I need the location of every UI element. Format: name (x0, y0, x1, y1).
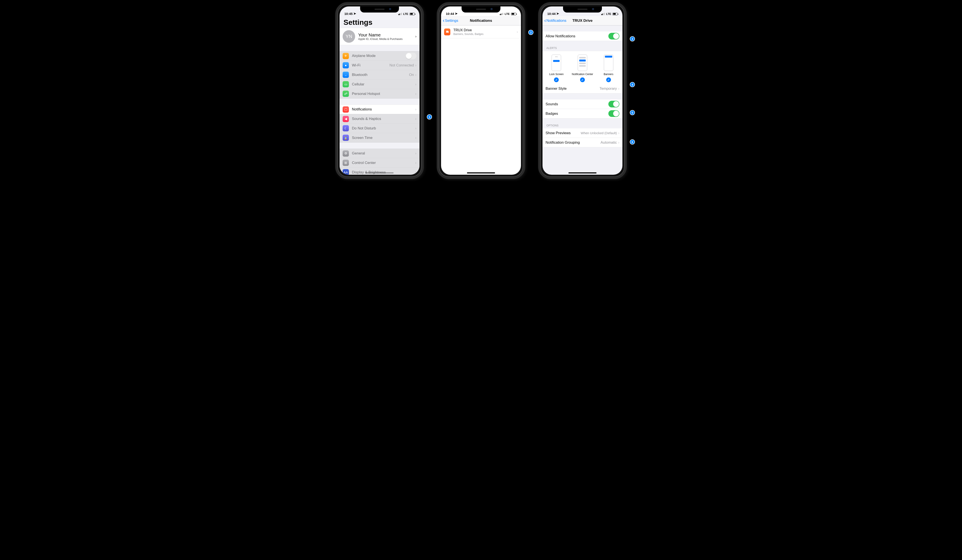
notch (360, 6, 399, 13)
chevron-right-icon: › (415, 34, 416, 39)
row-label: Allow Notifications (546, 34, 609, 39)
settings-row[interactable]: AADisplay & Brightness› (340, 167, 420, 175)
annotation-4: 4 (630, 82, 635, 87)
chevron-right-icon: › (415, 107, 416, 111)
settings-row[interactable]: ●Wi-FiNot Connected› (340, 61, 420, 70)
chevron-right-icon: › (415, 117, 416, 121)
profile-name: Your Name (358, 32, 415, 37)
battery-icon (612, 13, 618, 15)
badges-toggle[interactable] (609, 110, 620, 117)
notification-grouping-row[interactable]: Notification Grouping Automatic › (542, 138, 622, 147)
row-icon: ⌛ (342, 135, 349, 141)
row-value: Automatic (600, 140, 617, 145)
row-label: Sounds & Haptics (352, 117, 415, 121)
row-value: On (409, 73, 414, 77)
row-toggle[interactable] (405, 53, 416, 60)
row-icon: ⌵ (342, 72, 349, 78)
badges-row[interactable]: Badges (542, 109, 622, 118)
row-icon: ▭ (342, 81, 349, 87)
chevron-left-icon: ‹ (443, 18, 444, 23)
carrier-label: LTE (606, 12, 611, 16)
settings-row[interactable]: ☾Do Not Disturb› (340, 124, 420, 133)
row-label: Notification Grouping (546, 140, 600, 145)
settings-row[interactable]: ✈Airplane Mode (340, 51, 420, 61)
settings-row[interactable]: ◀Sounds & Haptics› (340, 114, 420, 124)
scroll-indicator (365, 172, 394, 174)
phone-app-notification-settings: 10:44 ➤ LTE ‹ Notifications TRUX Drive A… (538, 2, 627, 179)
nav-title: Notifications (470, 19, 492, 23)
settings-row[interactable]: ⚙General› (340, 149, 420, 158)
row-label: Banner Style (546, 87, 599, 91)
settings-row[interactable]: ⊞Control Center› (340, 158, 420, 167)
chevron-right-icon: › (415, 151, 416, 156)
chevron-right-icon: › (517, 30, 518, 34)
back-button[interactable]: ‹ Settings (443, 16, 458, 26)
annotation-3: 3 (630, 36, 635, 42)
preview-time: 9:41 (552, 56, 561, 57)
row-icon: AA (342, 169, 349, 175)
annotation-1: 1 (427, 114, 432, 119)
app-notification-row[interactable]: ⛟ TRUX Drive Banners, Sounds, Badges › (441, 26, 521, 39)
app-icon: ⛟ (444, 29, 450, 35)
notch (462, 6, 500, 13)
check-icon[interactable]: ✓ (606, 77, 611, 82)
options-header: OPTIONS (542, 124, 622, 128)
nav-bar: ‹ Notifications TRUX Drive (542, 16, 622, 26)
sounds-toggle[interactable] (609, 101, 620, 108)
home-indicator[interactable] (568, 172, 597, 174)
row-label: Screen Time (352, 136, 415, 140)
apple-id-row[interactable]: YN Your Name Apple ID, iCloud, Media & P… (340, 28, 420, 45)
alerts-header: ALERTS (542, 47, 622, 51)
row-icon: ☾ (342, 125, 349, 131)
option-label: Banners (604, 73, 613, 76)
row-icon: ⚙ (342, 150, 349, 157)
allow-notifications-row[interactable]: Allow Notifications (542, 32, 622, 41)
settings-row[interactable]: ⌛Screen Time› (340, 133, 420, 143)
check-icon[interactable]: ✓ (554, 77, 559, 82)
location-icon: ➤ (556, 12, 559, 16)
check-icon[interactable]: ✓ (580, 77, 585, 82)
row-label: Bluetooth (352, 73, 409, 77)
chevron-right-icon: › (415, 126, 416, 130)
settings-row[interactable]: ☍Personal Hotspot› (340, 89, 420, 98)
settings-group-general: ⚙General›⊞Control Center›AADisplay & Bri… (340, 149, 420, 175)
home-indicator[interactable] (467, 172, 495, 174)
dimmed-overlay: ◀Sounds & Haptics›☾Do Not Disturb›⌛Scree… (340, 114, 420, 175)
notifications-row[interactable]: ▢ Notifications › (340, 105, 420, 114)
signal-icon (398, 13, 402, 15)
back-label: Settings (445, 19, 458, 23)
chevron-right-icon: › (415, 170, 416, 174)
device-frame: 10:44 ➤ LTE ‹ Settings Notifications ⛟ (437, 2, 525, 179)
option-label: Notification Center (572, 73, 593, 76)
back-button[interactable]: ‹ Notifications (544, 16, 567, 26)
notifications-icon: ▢ (342, 106, 349, 113)
row-label: Notifications (352, 107, 415, 111)
settings-row[interactable]: ▭Cellular› (340, 80, 420, 89)
row-icon: ⊞ (342, 159, 349, 166)
status-time: 10:45 (344, 12, 353, 16)
sounds-row[interactable]: Sounds (542, 100, 622, 109)
row-value: Not Connected (389, 63, 414, 68)
chevron-right-icon: › (618, 131, 620, 135)
row-icon: ● (342, 62, 349, 68)
chevron-right-icon: › (415, 82, 416, 87)
chevron-right-icon: › (415, 73, 416, 77)
row-icon: ◀ (342, 116, 349, 122)
allow-notifications-toggle[interactable] (609, 33, 620, 39)
screen: 10:44 ➤ LTE ‹ Notifications TRUX Drive A… (542, 6, 622, 175)
alert-notification-center-option[interactable]: Notification Center ✓ (570, 55, 595, 82)
settings-row[interactable]: ⌵BluetoothOn› (340, 70, 420, 80)
screen: 10:45 ➤ LTE Settings YN Your Name Apple … (340, 6, 420, 175)
nav-bar: ‹ Settings Notifications (441, 16, 521, 26)
carrier-label: LTE (505, 12, 510, 16)
screen: 10:44 ➤ LTE ‹ Settings Notifications ⛟ (441, 6, 521, 175)
row-label: General (352, 151, 415, 156)
alert-banners-option[interactable]: Banners ✓ (596, 55, 621, 82)
app-sub: Banners, Sounds, Badges (454, 32, 517, 35)
row-label: Badges (546, 111, 609, 116)
alert-lock-screen-option[interactable]: 9:41 Lock Screen ✓ (544, 55, 569, 82)
show-previews-row[interactable]: Show Previews When Unlocked (Default) › (542, 128, 622, 138)
banner-style-row[interactable]: Banner Style Temporary › (542, 84, 622, 93)
back-label: Notifications (546, 19, 567, 23)
location-icon: ➤ (455, 12, 458, 16)
